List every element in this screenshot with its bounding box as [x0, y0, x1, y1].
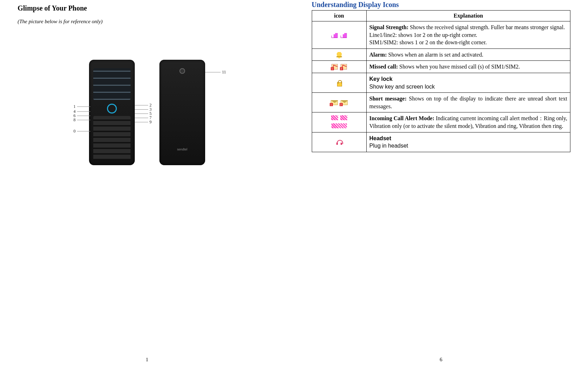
- icon-cell-alarm: [312, 48, 366, 61]
- phone-ok-ring: [107, 104, 117, 114]
- table-row: Incoming Call Alert Mode: Indicating cur…: [312, 112, 570, 132]
- missed-call-icon: 2: [341, 64, 347, 70]
- alert-mode-icon: [331, 115, 338, 120]
- right-page-title: Understanding Display Icons: [312, 1, 571, 9]
- missed-tag-1: 1: [331, 67, 334, 70]
- callout-0: 0: [74, 129, 90, 134]
- explain-sms: Short message: Shows on top of the displ…: [366, 93, 570, 112]
- phone-back: sendtel 11: [159, 60, 205, 165]
- callout-0-label: 0: [74, 129, 76, 134]
- icon-cell-sms: 1 2: [312, 93, 366, 112]
- phone-back-body: sendtel: [159, 60, 205, 165]
- header-explanation: Explanation: [366, 11, 570, 21]
- alertmode-bold: Incoming Call Alert Mode:: [369, 115, 435, 121]
- explain-missed: Missed call: Shows when you have missed …: [366, 61, 570, 73]
- callout-8: 8: [74, 117, 90, 123]
- phone-front-screen: [93, 68, 131, 100]
- table-row: Key lock Show key and screen lock: [312, 73, 570, 92]
- signal-text: Shows the received signal strength. Full…: [409, 24, 565, 30]
- icons-table: icon Explanation Signal Strength: Shows …: [312, 10, 571, 152]
- phone-front-keypad: [93, 116, 131, 160]
- page-right: Understanding Display Icons icon Explana…: [294, 0, 588, 369]
- table-row: Headset Plug in headset: [312, 132, 570, 152]
- page-left: Glimpse of Your Phone (The picture below…: [0, 0, 294, 369]
- left-page-number: 1: [0, 357, 294, 363]
- explain-alertmode: Incoming Call Alert Mode: Indicating cur…: [366, 112, 570, 132]
- callout-11-label: 11: [222, 70, 226, 75]
- explain-signal: Signal Strength: Shows the received sign…: [366, 21, 570, 49]
- phone-back-lens: [179, 68, 185, 74]
- alarm-icon: [336, 52, 342, 58]
- signal-line3: SIM1/SIM2: shows 1 or 2 on the down-righ…: [369, 39, 487, 45]
- keylock-bold: Key lock: [369, 75, 568, 83]
- phone-nav-row: [93, 103, 131, 114]
- alert-mode-icon: [331, 123, 347, 128]
- phone-illustration: 1 4 6 8 0 2 3 5 7 9 sendtel 11: [18, 60, 277, 165]
- table-row: Alarm: Shows when an alarm is set and ac…: [312, 48, 570, 61]
- signal-bold: Signal Strength:: [369, 24, 409, 30]
- callout-8-label: 8: [74, 117, 76, 123]
- callout-9: 9: [135, 119, 152, 125]
- missed-tag-2: 2: [340, 67, 343, 70]
- callout-11: 11: [205, 70, 226, 75]
- table-header-row: icon Explanation: [312, 11, 570, 21]
- signal-line2: Line1/line2: shows 1or 2 on the up-right…: [369, 32, 478, 38]
- callout-1-label: 1: [74, 104, 76, 109]
- table-row: 1 2 Short message: Shows on top of the d…: [312, 93, 570, 112]
- alarm-bold: Alarm:: [369, 52, 387, 58]
- callout-9-label: 9: [150, 119, 152, 125]
- left-page-subtitle: (The picture below is for reference only…: [18, 19, 277, 25]
- right-page-number: 6: [294, 357, 588, 363]
- signal-icon: [341, 32, 347, 38]
- alarm-text: Shows when an alarm is set and activated…: [387, 52, 483, 58]
- explain-alarm: Alarm: Shows when an alarm is set and ac…: [366, 48, 570, 61]
- table-row: 1 2 Missed call: Shows when you have mis…: [312, 61, 570, 73]
- keylock-text: Show key and screen lock: [369, 83, 568, 91]
- icon-cell-alertmode: [312, 112, 366, 132]
- message-icon: 2: [341, 100, 348, 105]
- headset-icon: [336, 139, 342, 145]
- sms-tag-1: 1: [330, 103, 333, 106]
- callout-1: 1: [74, 104, 90, 109]
- phone-back-brand: sendtel: [159, 148, 205, 151]
- icon-cell-missed: 1 2: [312, 61, 366, 73]
- headset-bold: Headset: [369, 135, 568, 142]
- sms-bold: Short message:: [369, 96, 407, 102]
- left-page-title: Glimpse of Your Phone: [18, 4, 277, 12]
- missed-text: Shows when you have missed call (s) of S…: [398, 64, 520, 70]
- explain-headset: Headset Plug in headset: [366, 132, 570, 152]
- table-row: Signal Strength: Shows the received sign…: [312, 21, 570, 49]
- sms-tag-2: 2: [340, 103, 343, 106]
- phone-front-body: [89, 60, 135, 165]
- explain-keylock: Key lock Show key and screen lock: [366, 73, 570, 92]
- icon-cell-keylock: [312, 73, 366, 92]
- icon-cell-headset: [312, 132, 366, 152]
- missed-bold: Missed call:: [369, 64, 398, 70]
- phone-front: 1 4 6 8 0 2 3 5 7 9: [89, 60, 135, 165]
- missed-call-icon: 1: [331, 64, 338, 70]
- lock-icon: [336, 80, 342, 86]
- signal-icon: [331, 32, 338, 38]
- header-icon: icon: [312, 11, 366, 21]
- alert-mode-icon: [340, 115, 347, 120]
- message-icon: 1: [331, 100, 338, 105]
- icon-cell-signal: [312, 21, 366, 49]
- document-spread: Glimpse of Your Phone (The picture below…: [0, 0, 588, 369]
- headset-text: Plug in headset: [369, 142, 568, 150]
